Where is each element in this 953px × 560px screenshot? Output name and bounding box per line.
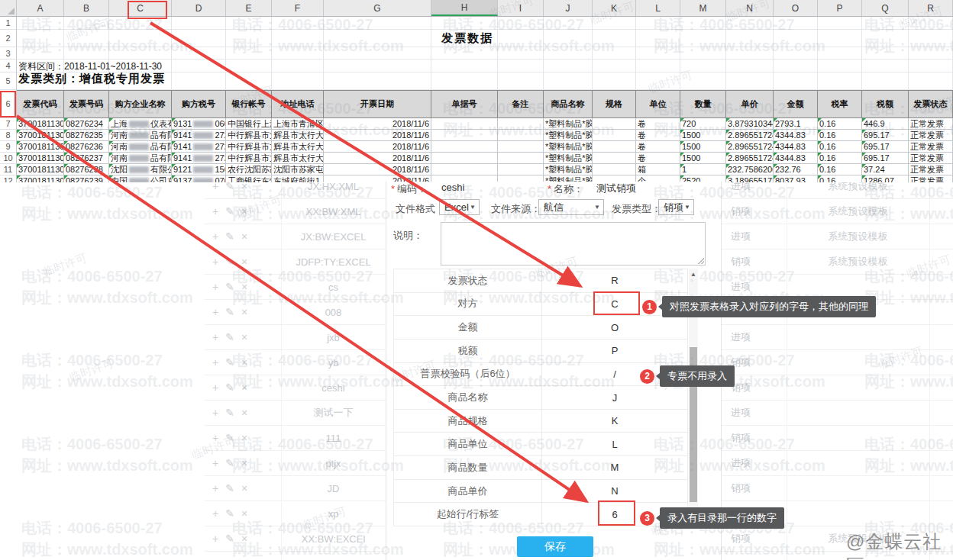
sheet-cell (774, 17, 818, 30)
delete-icon[interactable]: × (241, 433, 247, 443)
add-icon[interactable]: + (212, 407, 218, 418)
list-item[interactable]: +✎×jxb (205, 325, 386, 350)
edit-icon[interactable]: ✎ (225, 231, 234, 242)
file-format-select[interactable]: Excel ▼ (439, 199, 480, 215)
file-source-select[interactable]: 航信 ▼ (538, 199, 604, 215)
scroll-up-icon[interactable]: ▲ (689, 269, 698, 279)
edit-icon[interactable]: ✎ (225, 206, 234, 217)
save-button[interactable]: 保存 (517, 536, 593, 557)
list-item[interactable]: +✎×111 (205, 426, 386, 451)
mapping-column-input[interactable]: P (542, 340, 687, 362)
sheet-cell (726, 30, 774, 47)
mapping-column-input[interactable]: J (542, 386, 687, 409)
list-item[interactable]: +✎×XX:BW:XML (205, 199, 386, 224)
delete-icon[interactable]: × (241, 458, 247, 468)
invoice-type-select[interactable]: 销项 ▼ (658, 199, 694, 215)
add-icon[interactable]: + (212, 458, 218, 468)
list-item-right[interactable]: 销项 (722, 476, 953, 501)
delete-icon[interactable]: × (241, 508, 247, 519)
list-item[interactable]: +✎×JDFP:TY:EXCEL (205, 249, 386, 275)
edit-icon[interactable]: ✎ (225, 307, 234, 317)
delete-icon[interactable]: × (241, 256, 247, 267)
delete-icon[interactable]: × (241, 533, 247, 544)
list-item-actions: +✎× (205, 407, 247, 418)
add-icon[interactable]: + (212, 332, 218, 343)
mapping-column-input[interactable]: K (542, 410, 687, 433)
list-item-right[interactable]: 进项系统预设模板 (722, 224, 953, 249)
add-icon[interactable]: + (212, 483, 218, 494)
sheet-cell (774, 47, 818, 60)
name-input[interactable]: 测试销项 (596, 182, 636, 195)
list-item[interactable]: +✎×yb (205, 350, 386, 375)
sheet-header-cell: 单据号 (431, 90, 498, 118)
callout-3-text: 录入有目录那一行的数字 (660, 507, 784, 529)
sheet-cell (498, 141, 544, 153)
edit-icon[interactable]: ✎ (225, 458, 234, 468)
edit-icon[interactable]: ✎ (225, 508, 234, 519)
edit-icon[interactable]: ✎ (225, 533, 234, 544)
delete-icon[interactable]: × (241, 206, 247, 217)
delete-icon[interactable]: × (241, 483, 247, 494)
list-item-right[interactable]: 进项 (722, 325, 953, 350)
list-item-right[interactable]: 销项系统预设模板 (722, 199, 953, 224)
edit-icon[interactable]: ✎ (225, 357, 234, 368)
delete-icon[interactable]: × (241, 231, 247, 242)
list-item[interactable]: +✎×ptjx (205, 451, 386, 476)
edit-icon[interactable]: ✎ (225, 433, 234, 443)
list-item[interactable]: +✎×XX:BW:EXCEl (205, 526, 386, 552)
mapping-column-input[interactable]: R (542, 269, 687, 292)
edit-icon[interactable]: ✎ (225, 256, 234, 267)
list-item[interactable]: +✎×JX:BW:EXCEL (205, 224, 386, 249)
list-item[interactable]: +✎×ceshi (205, 375, 386, 401)
add-icon[interactable]: + (212, 282, 218, 292)
delete-icon[interactable]: × (241, 382, 247, 393)
list-item[interactable]: +✎×测试一下 (205, 401, 386, 426)
edit-icon[interactable]: ✎ (225, 483, 234, 494)
list-item[interactable]: +✎×JD (205, 476, 386, 501)
edit-icon[interactable]: ✎ (225, 382, 234, 393)
add-icon[interactable]: + (212, 181, 218, 191)
delete-icon[interactable]: × (241, 357, 247, 368)
sheet-row: 3 (0, 47, 953, 60)
mapping-column-input[interactable]: L (542, 433, 687, 455)
column-header-E: E (226, 0, 272, 16)
edit-icon[interactable]: ✎ (225, 181, 234, 191)
list-item[interactable]: +✎×xp (205, 501, 386, 526)
add-icon[interactable]: + (212, 433, 218, 443)
list-item-right[interactable]: 进项 (722, 401, 953, 426)
list-item[interactable]: +✎×008 (205, 300, 386, 325)
privacy-blur (193, 178, 213, 182)
list-item[interactable]: +✎×cs (205, 275, 386, 300)
edit-icon[interactable]: ✎ (225, 332, 234, 343)
add-icon[interactable]: + (212, 533, 218, 544)
add-icon[interactable]: + (212, 256, 218, 267)
mapping-column-input[interactable]: M (542, 456, 687, 479)
sheet-header-cell: 金额 (774, 90, 818, 118)
add-icon[interactable]: + (212, 357, 218, 368)
list-item-right[interactable]: 销项系统预设模板 (722, 249, 953, 275)
edit-icon[interactable]: ✎ (225, 407, 234, 418)
edit-icon[interactable]: ✎ (225, 282, 234, 292)
delete-icon[interactable]: × (241, 332, 247, 343)
list-item-right[interactable]: 销项 (722, 375, 953, 401)
add-icon[interactable]: + (212, 307, 218, 317)
cell-text: 品有限 (150, 153, 172, 163)
delete-icon[interactable]: × (241, 181, 247, 191)
mapping-column-input[interactable]: O (542, 316, 687, 339)
sheet-cell: 2793.1 (774, 118, 818, 130)
list-item-right[interactable]: 销项 (722, 426, 953, 451)
delete-icon[interactable]: × (241, 282, 247, 292)
add-icon[interactable]: + (212, 231, 218, 242)
mapping-column-input[interactable]: N (542, 480, 687, 503)
list-item-right[interactable]: 进项 (722, 451, 953, 476)
add-icon[interactable]: + (212, 508, 218, 519)
sheet-cell: 卷 (636, 118, 680, 130)
description-textarea[interactable] (441, 222, 706, 266)
code-input[interactable]: ceshi (441, 182, 464, 193)
list-item-right[interactable]: 销项 (722, 350, 953, 375)
delete-icon[interactable]: × (241, 307, 247, 317)
delete-icon[interactable]: × (241, 407, 247, 418)
add-icon[interactable]: + (212, 206, 218, 217)
resize-grip-icon[interactable] (697, 257, 704, 264)
add-icon[interactable]: + (212, 382, 218, 393)
